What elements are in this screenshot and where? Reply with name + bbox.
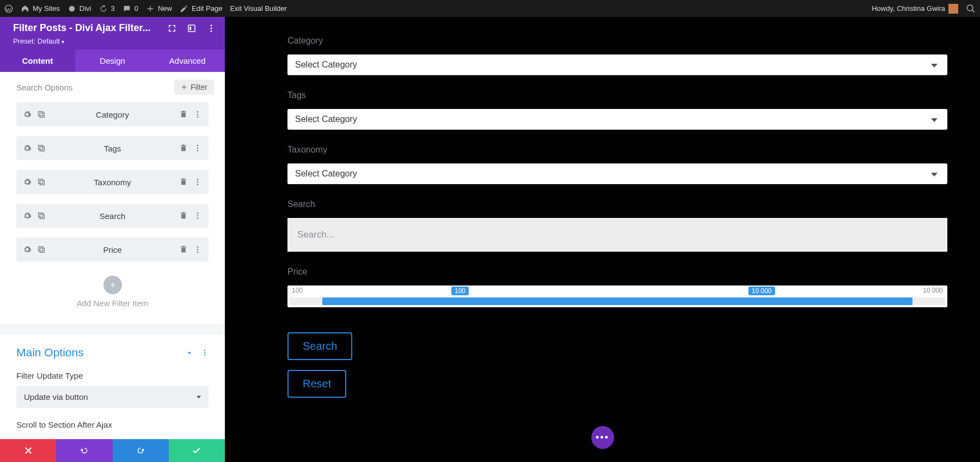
module-settings-sidebar: Filter Posts - Divi Ajax Filter... Prese… — [0, 17, 225, 462]
duplicate-icon[interactable] — [37, 144, 46, 153]
svg-rect-3 — [189, 27, 191, 30]
price-field-label: Price — [287, 267, 947, 277]
svg-point-21 — [197, 184, 199, 185]
chevron-up-icon[interactable] — [186, 349, 193, 356]
duplicate-icon[interactable] — [37, 245, 46, 254]
category-select[interactable]: Select Category — [287, 54, 947, 75]
svg-point-34 — [204, 354, 205, 355]
undo-button[interactable] — [56, 439, 112, 462]
svg-rect-22 — [39, 213, 43, 217]
svg-point-5 — [211, 27, 212, 29]
trash-icon[interactable] — [179, 245, 188, 254]
price-low-bubble: 100 — [451, 287, 469, 295]
divi-link[interactable]: Divi — [68, 4, 91, 13]
duplicate-icon[interactable] — [37, 178, 46, 186]
comments-link[interactable]: 0 — [122, 4, 138, 13]
tags-field-label: Tags — [287, 90, 947, 100]
wp-logo[interactable] — [4, 4, 13, 13]
gear-icon[interactable] — [23, 110, 32, 119]
duplicate-icon[interactable] — [37, 211, 46, 220]
check-icon — [192, 446, 201, 455]
my-sites-link[interactable]: My Sites — [21, 4, 60, 13]
price-slider[interactable]: 100 100 10 000 10 000 — [287, 285, 947, 307]
trash-icon[interactable] — [179, 144, 188, 153]
gear-icon[interactable] — [23, 211, 32, 220]
edit-page-link[interactable]: Edit Page — [180, 4, 222, 13]
filter-item-tags[interactable]: Tags — [16, 136, 209, 160]
redo-button[interactable] — [113, 439, 169, 462]
kebab-icon[interactable] — [193, 211, 202, 220]
svg-point-9 — [197, 111, 199, 113]
svg-point-11 — [197, 116, 199, 118]
exit-visual-builder[interactable]: Exit Visual Builder — [230, 4, 287, 13]
search-input[interactable] — [287, 218, 947, 252]
svg-point-33 — [204, 352, 205, 353]
filter-item-price[interactable]: Price — [16, 238, 209, 262]
kebab-icon[interactable] — [193, 144, 202, 153]
duplicate-icon[interactable] — [37, 110, 46, 119]
kebab-icon[interactable] — [193, 110, 202, 119]
reset-button[interactable]: Reset — [287, 370, 346, 398]
updates-link[interactable]: 3 — [99, 4, 115, 13]
kebab-icon[interactable] — [206, 23, 216, 33]
filter-item-taxonomy[interactable]: Taxonomy — [16, 170, 209, 194]
svg-point-10 — [197, 114, 199, 115]
section-divider — [0, 324, 225, 335]
svg-point-6 — [211, 30, 212, 32]
svg-point-20 — [197, 181, 199, 183]
svg-point-19 — [197, 179, 199, 180]
new-link[interactable]: New — [146, 4, 172, 13]
kebab-icon[interactable] — [201, 349, 209, 356]
tab-design[interactable]: Design — [75, 50, 150, 72]
svg-rect-12 — [39, 145, 43, 150]
gear-icon[interactable] — [23, 245, 32, 254]
svg-point-31 — [197, 251, 199, 253]
add-filter-button[interactable]: Filter — [174, 80, 214, 95]
gear-icon[interactable] — [23, 178, 32, 186]
price-high-bubble: 10 000 — [749, 287, 775, 295]
responsive-icon[interactable] — [187, 23, 197, 33]
cancel-button[interactable] — [0, 439, 56, 462]
taxonomy-select[interactable]: Select Category — [287, 163, 947, 184]
redo-icon — [136, 446, 145, 455]
add-new-filter-label: Add New Filter Item — [0, 299, 225, 308]
ellipsis-icon: ••• — [596, 433, 609, 442]
wordpress-admin-bar: My Sites Divi 3 0 New Edit Page Exit Vis… — [0, 0, 980, 17]
search-button[interactable]: Search — [287, 332, 352, 360]
tab-advanced[interactable]: Advanced — [150, 50, 225, 72]
filter-item-category[interactable]: Category — [16, 102, 209, 126]
svg-point-24 — [197, 212, 199, 214]
sidebar-header: Filter Posts - Divi Ajax Filter... Prese… — [0, 17, 225, 50]
filter-item-search[interactable]: Search — [16, 204, 209, 228]
trash-icon[interactable] — [179, 110, 188, 119]
tags-select[interactable]: Select Category — [287, 109, 947, 130]
trash-icon[interactable] — [179, 211, 188, 220]
save-button[interactable] — [169, 439, 225, 462]
builder-fab[interactable]: ••• — [591, 426, 614, 449]
svg-point-30 — [197, 249, 199, 251]
svg-point-15 — [197, 148, 199, 149]
sidebar-footer — [0, 439, 225, 462]
trash-icon[interactable] — [179, 178, 188, 186]
tab-content[interactable]: Content — [0, 50, 75, 72]
expand-icon[interactable] — [167, 23, 177, 33]
kebab-icon[interactable] — [193, 178, 202, 186]
svg-point-29 — [197, 246, 199, 248]
kebab-icon[interactable] — [193, 245, 202, 254]
main-options-heading[interactable]: Main Options — [16, 346, 84, 359]
admin-search-icon[interactable] — [966, 4, 976, 14]
price-max-label: 10 000 — [923, 287, 943, 294]
svg-point-25 — [197, 215, 199, 217]
svg-rect-17 — [39, 179, 43, 184]
search-field-label: Search — [287, 199, 947, 209]
svg-point-32 — [204, 350, 205, 351]
search-options-heading: Search Options — [16, 83, 72, 92]
gear-icon[interactable] — [23, 144, 32, 153]
filter-update-type-select[interactable]: Update via button — [16, 386, 209, 408]
howdy-user[interactable]: Howdy, Christina Gwira — [872, 4, 958, 14]
add-new-filter-button[interactable] — [103, 276, 122, 294]
preset-selector[interactable]: Preset: Default — [13, 37, 216, 45]
svg-rect-8 — [40, 113, 44, 117]
undo-icon — [79, 446, 89, 455]
svg-point-14 — [197, 145, 199, 147]
